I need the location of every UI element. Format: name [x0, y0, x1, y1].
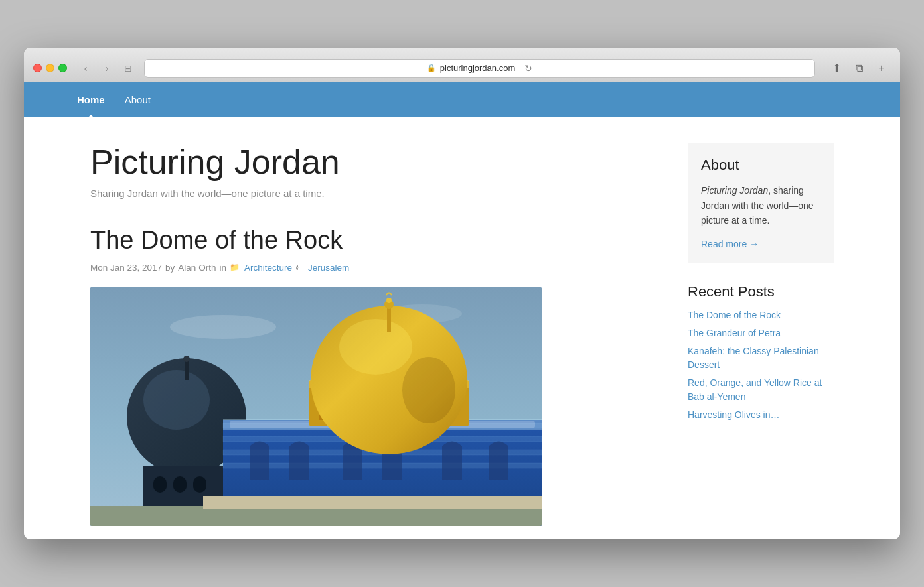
- browser-navigation: ‹ › ⊟: [76, 59, 137, 78]
- list-item: Kanafeh: the Classy Palestinian Dessert: [688, 344, 834, 372]
- svg-point-23: [402, 357, 455, 423]
- recent-post-link[interactable]: Red, Orange, and Yellow Rice at Bab al-Y…: [688, 377, 822, 402]
- svg-point-4: [143, 370, 210, 430]
- recent-post-link[interactable]: Kanafeh: the Classy Palestinian Dessert: [688, 346, 819, 370]
- post-tag[interactable]: Jerusalem: [308, 263, 349, 273]
- sidebar-about-text: Picturing Jordan, sharing Jordan with th…: [701, 183, 820, 228]
- category-icon: 📁: [230, 263, 240, 272]
- nav-item-about[interactable]: About: [125, 92, 151, 108]
- list-item: Harvesting Olives in…: [688, 408, 834, 422]
- share-button[interactable]: ⬆: [827, 59, 846, 78]
- site-header: Picturing Jordan Sharing Jordan with the…: [90, 143, 661, 199]
- main-content: Picturing Jordan Sharing Jordan with the…: [90, 143, 661, 526]
- tab-view-button[interactable]: ⊟: [119, 59, 137, 78]
- nav-item-home[interactable]: Home: [77, 92, 105, 108]
- reload-icon[interactable]: ↻: [524, 63, 532, 74]
- browser-chrome: ‹ › ⊟ 🔒 picturingjordan.com ↻ ⬆ ⧉ +: [24, 48, 900, 82]
- site-tagline: Sharing Jordan with the world—one pictur…: [90, 188, 661, 199]
- sidebar-about-italic: Picturing Jordan: [701, 185, 768, 196]
- close-button[interactable]: [33, 64, 42, 72]
- fullscreen-button[interactable]: [58, 64, 67, 72]
- new-tab-button[interactable]: ⧉: [850, 59, 868, 78]
- post-category[interactable]: Architecture: [244, 263, 292, 273]
- url-text: picturingjordan.com: [440, 63, 515, 73]
- site-content: Picturing Jordan Sharing Jordan with the…: [77, 117, 847, 539]
- post-meta: Mon Jan 23, 2017 by Alan Orth in 📁 Archi…: [90, 263, 661, 273]
- add-tab-button[interactable]: +: [872, 59, 891, 78]
- recent-post-link[interactable]: The Dome of the Rock: [688, 310, 781, 320]
- post-title: The Dome of the Rock: [90, 226, 661, 256]
- sidebar-recent-posts-widget: Recent Posts The Dome of the RockThe Gra…: [688, 283, 834, 422]
- list-item: Red, Orange, and Yellow Rice at Bab al-Y…: [688, 376, 834, 404]
- browser-actions: ⬆ ⧉ +: [827, 59, 891, 78]
- forward-button[interactable]: ›: [98, 59, 116, 78]
- svg-rect-8: [153, 476, 167, 493]
- svg-rect-5: [185, 360, 189, 380]
- post-author: Alan Orth: [178, 263, 216, 273]
- lock-icon: 🔒: [427, 64, 436, 72]
- svg-rect-24: [387, 306, 391, 332]
- svg-point-26: [386, 298, 392, 303]
- browser-window: ‹ › ⊟ 🔒 picturingjordan.com ↻ ⬆ ⧉ + Home…: [24, 48, 900, 539]
- site-title: Picturing Jordan: [90, 143, 661, 181]
- post-article: The Dome of the Rock Mon Jan 23, 2017 by…: [90, 226, 661, 526]
- traffic-lights: [33, 64, 67, 72]
- read-more-link[interactable]: Read more →: [701, 239, 759, 249]
- sidebar-about-widget: About Picturing Jordan, sharing Jordan w…: [688, 143, 834, 263]
- recent-post-link[interactable]: Harvesting Olives in…: [688, 409, 780, 420]
- back-button[interactable]: ‹: [76, 59, 95, 78]
- list-item: The Dome of the Rock: [688, 308, 834, 322]
- list-item: The Grandeur of Petra: [688, 326, 834, 340]
- recent-posts-list: The Dome of the RockThe Grandeur of Petr…: [688, 308, 834, 422]
- post-image: [90, 287, 542, 526]
- svg-point-6: [183, 356, 190, 362]
- svg-point-1: [170, 315, 276, 339]
- recent-posts-title: Recent Posts: [688, 283, 834, 300]
- site-nav: Home About: [24, 82, 900, 117]
- address-bar[interactable]: 🔒 picturingjordan.com ↻: [144, 59, 815, 78]
- site-wrapper: Home About Picturing Jordan Sharing Jord…: [24, 82, 900, 539]
- sidebar: About Picturing Jordan, sharing Jordan w…: [688, 143, 834, 526]
- tag-icon: 🏷: [295, 263, 303, 272]
- post-date: Mon Jan 23, 2017: [90, 263, 162, 273]
- recent-post-link[interactable]: The Grandeur of Petra: [688, 328, 781, 338]
- minimize-button[interactable]: [46, 64, 54, 72]
- svg-rect-9: [173, 476, 187, 493]
- svg-point-22: [339, 319, 412, 375]
- svg-rect-10: [193, 476, 206, 493]
- sidebar-about-title: About: [701, 157, 820, 174]
- svg-rect-28: [203, 496, 542, 509]
